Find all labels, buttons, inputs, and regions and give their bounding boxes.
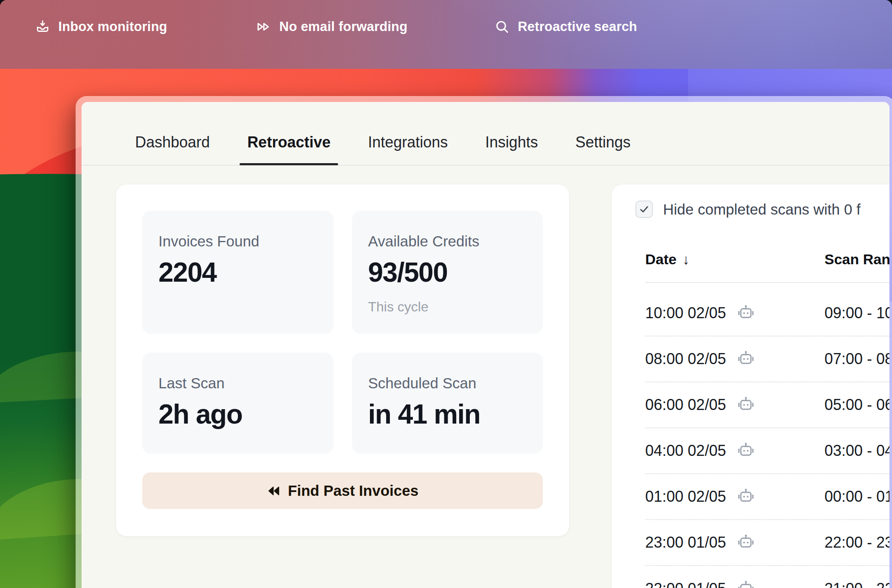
- banner-item-label: Inbox monitoring: [58, 19, 167, 34]
- robot-icon: [736, 580, 756, 588]
- tab-integrations[interactable]: Integrations: [368, 133, 448, 168]
- hide-completed-checkbox[interactable]: [635, 201, 653, 218]
- scan-range: 09:00 - 10: [824, 304, 889, 322]
- robot-icon: [736, 396, 756, 414]
- stat-label: Invoices Found: [158, 233, 317, 250]
- scan-range: 21:00 - 22: [824, 580, 889, 588]
- stat-invoices-found: Invoices Found 2204: [142, 211, 333, 334]
- app-window-content: Dashboard Retroactive Integrations Insig…: [82, 102, 889, 588]
- scan-table-body: 10:00 02/05 09:00 - 10 08:00: [645, 291, 889, 588]
- column-header-scan-range[interactable]: Scan Rang: [824, 251, 889, 268]
- stat-label: Available Credits: [368, 233, 527, 250]
- app-window: Dashboard Retroactive Integrations Insig…: [76, 96, 892, 588]
- banner-item-label: No email forwarding: [279, 19, 408, 34]
- tab-dashboard[interactable]: Dashboard: [135, 133, 210, 168]
- stat-available-credits: Available Credits 93/500 This cycle: [352, 211, 543, 334]
- banner-item-label: Retroactive search: [518, 19, 637, 34]
- scan-row[interactable]: 22:00 01/05 21:00 - 22: [645, 566, 889, 588]
- scan-row[interactable]: 06:00 02/05 05:00 - 06: [645, 382, 889, 428]
- scan-summary-card: Invoices Found 2204 Available Credits 93…: [116, 184, 570, 537]
- checkmark-icon: [638, 204, 650, 215]
- tab-bar: Dashboard Retroactive Integrations Insig…: [82, 102, 889, 166]
- column-header-date[interactable]: Date ↓: [645, 251, 689, 268]
- banner-item-inbox-monitoring: Inbox monitoring: [35, 19, 167, 34]
- stat-value: 2204: [158, 257, 317, 288]
- stat-subtext: This cycle: [368, 299, 527, 315]
- scan-date: 23:00 01/05: [645, 534, 726, 551]
- scan-date: 22:00 01/05: [645, 580, 726, 588]
- hide-completed-filter: Hide completed scans with 0 f: [635, 201, 861, 218]
- stat-label: Last Scan: [158, 375, 317, 392]
- scan-table-header: Date ↓ Scan Rang: [645, 251, 889, 268]
- tab-retroactive[interactable]: Retroactive: [247, 133, 330, 168]
- robot-icon: [736, 534, 756, 551]
- scan-date: 08:00 02/05: [645, 350, 726, 368]
- scans-panel: Hide completed scans with 0 f Date ↓ Sca…: [611, 184, 889, 588]
- date-column-label: Date: [645, 251, 677, 268]
- robot-icon: [736, 442, 756, 460]
- scan-date: 10:00 02/05: [645, 304, 726, 322]
- stat-label: Scheduled Scan: [368, 375, 527, 392]
- find-past-invoices-label: Find Past Invoices: [288, 482, 418, 499]
- scan-range: 07:00 - 08: [824, 350, 889, 368]
- scan-date: 01:00 02/05: [645, 488, 726, 506]
- feature-banner: Inbox monitoring No email forwarding Ret…: [0, 0, 892, 69]
- robot-icon: [736, 488, 756, 506]
- find-past-invoices-button[interactable]: Find Past Invoices: [142, 472, 543, 509]
- stat-grid: Invoices Found 2204 Available Credits 93…: [142, 211, 543, 454]
- tab-insights[interactable]: Insights: [485, 133, 538, 168]
- scan-range: 22:00 - 23: [824, 534, 889, 551]
- scan-row[interactable]: 08:00 02/05 07:00 - 08: [645, 336, 889, 382]
- scan-range: 03:00 - 04: [824, 442, 889, 460]
- stat-value: 2h ago: [158, 399, 317, 430]
- stat-scheduled-scan: Scheduled Scan in 41 min: [352, 353, 543, 454]
- scan-range: 05:00 - 06: [824, 396, 889, 414]
- robot-icon: [736, 350, 756, 368]
- fast-forward-icon: [255, 19, 271, 35]
- stat-last-scan: Last Scan 2h ago: [142, 353, 333, 454]
- scan-row[interactable]: 10:00 02/05 09:00 - 10: [645, 291, 889, 336]
- scan-range: 00:00 - 01: [824, 488, 889, 506]
- scan-date: 06:00 02/05: [645, 396, 726, 414]
- stat-value: 93/500: [368, 257, 527, 288]
- scan-row[interactable]: 04:00 02/05 03:00 - 04: [645, 428, 889, 474]
- scan-row[interactable]: 01:00 02/05 00:00 - 01: [645, 474, 889, 520]
- robot-icon: [736, 304, 756, 322]
- scan-date: 04:00 02/05: [645, 442, 726, 460]
- banner-item-no-email-forwarding: No email forwarding: [255, 19, 408, 35]
- tab-settings[interactable]: Settings: [575, 133, 630, 168]
- stat-value: in 41 min: [368, 399, 527, 430]
- screen: Inbox monitoring No email forwarding Ret…: [0, 0, 892, 588]
- inbox-arrow-down-icon: [35, 19, 50, 34]
- hide-completed-label: Hide completed scans with 0 f: [663, 201, 861, 218]
- search-icon: [494, 19, 510, 34]
- banner-item-retroactive-search: Retroactive search: [494, 19, 637, 34]
- sort-descending-icon: ↓: [683, 252, 690, 268]
- scan-row[interactable]: 23:00 01/05 22:00 - 23: [645, 520, 889, 566]
- rewind-icon: [267, 485, 280, 497]
- table-header-divider: [645, 282, 889, 283]
